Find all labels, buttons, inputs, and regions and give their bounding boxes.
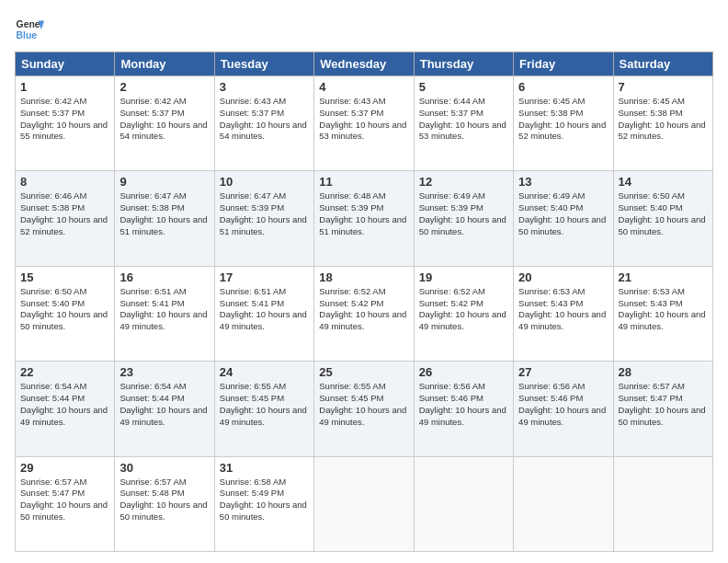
day-cell (613, 456, 712, 551)
day-info: Sunrise: 6:50 AMSunset: 5:40 PMDaylight:… (619, 190, 706, 236)
day-cell: 26Sunrise: 6:56 AMSunset: 5:46 PMDayligh… (414, 362, 513, 456)
day-number: 27 (518, 365, 608, 379)
day-info: Sunrise: 6:42 AMSunset: 5:37 PMDaylight:… (20, 96, 108, 141)
day-cell (414, 456, 513, 551)
day-cell: 17Sunrise: 6:51 AMSunset: 5:41 PMDayligh… (214, 266, 313, 361)
day-info: Sunrise: 6:43 AMSunset: 5:37 PMDaylight:… (319, 96, 406, 141)
day-info: Sunrise: 6:52 AMSunset: 5:42 PMDaylight:… (319, 286, 406, 331)
day-info: Sunrise: 6:53 AMSunset: 5:43 PMDaylight:… (619, 286, 706, 331)
svg-text:Blue: Blue (17, 30, 38, 40)
day-info: Sunrise: 6:55 AMSunset: 5:45 PMDaylight:… (220, 381, 307, 426)
logo: General Blue (15, 15, 48, 44)
week-row-4: 22Sunrise: 6:54 AMSunset: 5:44 PMDayligh… (16, 362, 713, 456)
day-info: Sunrise: 6:49 AMSunset: 5:39 PMDaylight:… (419, 190, 506, 236)
day-cell: 12Sunrise: 6:49 AMSunset: 5:39 PMDayligh… (414, 171, 513, 266)
day-info: Sunrise: 6:55 AMSunset: 5:45 PMDaylight:… (319, 381, 406, 426)
day-cell: 15Sunrise: 6:50 AMSunset: 5:40 PMDayligh… (16, 266, 115, 361)
day-cell: 21Sunrise: 6:53 AMSunset: 5:43 PMDayligh… (613, 266, 712, 361)
day-number: 13 (518, 175, 608, 189)
column-header-saturday: Saturday (613, 52, 712, 76)
day-cell: 1Sunrise: 6:42 AMSunset: 5:37 PMDaylight… (16, 76, 115, 171)
day-number: 21 (619, 270, 708, 284)
day-number: 6 (518, 80, 608, 94)
day-cell: 4Sunrise: 6:43 AMSunset: 5:37 PMDaylight… (314, 76, 414, 171)
day-info: Sunrise: 6:53 AMSunset: 5:43 PMDaylight:… (518, 286, 606, 331)
day-cell: 11Sunrise: 6:48 AMSunset: 5:39 PMDayligh… (314, 171, 414, 266)
day-cell (514, 456, 613, 551)
day-cell: 25Sunrise: 6:55 AMSunset: 5:45 PMDayligh… (314, 362, 414, 456)
calendar-table: SundayMondayTuesdayWednesdayThursdayFrid… (15, 52, 713, 552)
day-info: Sunrise: 6:57 AMSunset: 5:47 PMDaylight:… (619, 381, 706, 426)
day-number: 24 (220, 365, 309, 379)
day-number: 17 (220, 270, 309, 284)
day-number: 11 (319, 175, 408, 189)
day-cell: 24Sunrise: 6:55 AMSunset: 5:45 PMDayligh… (214, 362, 313, 456)
day-cell: 6Sunrise: 6:45 AMSunset: 5:38 PMDaylight… (514, 76, 613, 171)
header-row: SundayMondayTuesdayWednesdayThursdayFrid… (16, 52, 713, 76)
day-number: 10 (220, 175, 309, 189)
day-cell: 7Sunrise: 6:45 AMSunset: 5:38 PMDaylight… (613, 76, 712, 171)
day-number: 20 (518, 270, 608, 284)
day-number: 12 (419, 175, 508, 189)
day-info: Sunrise: 6:56 AMSunset: 5:46 PMDaylight:… (518, 381, 606, 426)
day-info: Sunrise: 6:44 AMSunset: 5:37 PMDaylight:… (419, 96, 506, 141)
day-cell: 5Sunrise: 6:44 AMSunset: 5:37 PMDaylight… (414, 76, 513, 171)
day-number: 23 (119, 365, 209, 379)
column-header-wednesday: Wednesday (314, 52, 414, 76)
day-number: 14 (619, 175, 708, 189)
week-row-1: 1Sunrise: 6:42 AMSunset: 5:37 PMDaylight… (16, 76, 713, 171)
day-info: Sunrise: 6:57 AMSunset: 5:47 PMDaylight:… (20, 477, 108, 522)
day-cell: 9Sunrise: 6:47 AMSunset: 5:38 PMDaylight… (115, 171, 214, 266)
column-header-sunday: Sunday (16, 52, 115, 76)
day-cell: 18Sunrise: 6:52 AMSunset: 5:42 PMDayligh… (314, 266, 414, 361)
day-info: Sunrise: 6:54 AMSunset: 5:44 PMDaylight:… (119, 381, 207, 426)
day-number: 18 (319, 270, 408, 284)
day-cell: 14Sunrise: 6:50 AMSunset: 5:40 PMDayligh… (613, 171, 712, 266)
day-cell: 19Sunrise: 6:52 AMSunset: 5:42 PMDayligh… (414, 266, 513, 361)
week-row-5: 29Sunrise: 6:57 AMSunset: 5:47 PMDayligh… (16, 456, 713, 551)
day-number: 26 (419, 365, 508, 379)
day-number: 8 (20, 175, 109, 189)
day-number: 30 (119, 461, 209, 475)
week-row-3: 15Sunrise: 6:50 AMSunset: 5:40 PMDayligh… (16, 266, 713, 361)
day-number: 2 (119, 80, 209, 94)
day-number: 19 (419, 270, 508, 284)
day-info: Sunrise: 6:56 AMSunset: 5:46 PMDaylight:… (419, 381, 506, 426)
day-number: 16 (119, 270, 209, 284)
day-cell: 20Sunrise: 6:53 AMSunset: 5:43 PMDayligh… (514, 266, 613, 361)
day-cell: 27Sunrise: 6:56 AMSunset: 5:46 PMDayligh… (514, 362, 613, 456)
day-info: Sunrise: 6:49 AMSunset: 5:40 PMDaylight:… (518, 190, 606, 236)
day-info: Sunrise: 6:47 AMSunset: 5:38 PMDaylight:… (119, 190, 207, 236)
day-cell: 16Sunrise: 6:51 AMSunset: 5:41 PMDayligh… (115, 266, 214, 361)
column-header-friday: Friday (514, 52, 613, 76)
day-cell: 31Sunrise: 6:58 AMSunset: 5:49 PMDayligh… (214, 456, 313, 551)
day-info: Sunrise: 6:57 AMSunset: 5:48 PMDaylight:… (119, 477, 207, 522)
day-number: 3 (220, 80, 309, 94)
day-info: Sunrise: 6:52 AMSunset: 5:42 PMDaylight:… (419, 286, 506, 331)
day-info: Sunrise: 6:47 AMSunset: 5:39 PMDaylight:… (220, 190, 307, 236)
day-number: 1 (20, 80, 109, 94)
day-number: 22 (20, 365, 109, 379)
day-cell: 13Sunrise: 6:49 AMSunset: 5:40 PMDayligh… (514, 171, 613, 266)
day-info: Sunrise: 6:48 AMSunset: 5:39 PMDaylight:… (319, 190, 406, 236)
day-info: Sunrise: 6:51 AMSunset: 5:41 PMDaylight:… (220, 286, 307, 331)
day-info: Sunrise: 6:45 AMSunset: 5:38 PMDaylight:… (518, 96, 606, 141)
day-cell: 10Sunrise: 6:47 AMSunset: 5:39 PMDayligh… (214, 171, 313, 266)
day-number: 31 (220, 461, 309, 475)
day-cell: 23Sunrise: 6:54 AMSunset: 5:44 PMDayligh… (115, 362, 214, 456)
calendar-container: General Blue SundayMondayTuesdayWednesda… (0, 0, 728, 563)
day-number: 15 (20, 270, 109, 284)
day-number: 4 (319, 80, 408, 94)
column-header-thursday: Thursday (414, 52, 513, 76)
column-header-tuesday: Tuesday (214, 52, 313, 76)
day-cell: 29Sunrise: 6:57 AMSunset: 5:47 PMDayligh… (16, 456, 115, 551)
header: General Blue (15, 11, 713, 44)
day-number: 5 (419, 80, 508, 94)
day-number: 9 (119, 175, 209, 189)
day-cell: 22Sunrise: 6:54 AMSunset: 5:44 PMDayligh… (16, 362, 115, 456)
day-number: 28 (619, 365, 708, 379)
day-number: 29 (20, 461, 109, 475)
week-row-2: 8Sunrise: 6:46 AMSunset: 5:38 PMDaylight… (16, 171, 713, 266)
calendar-body: 1Sunrise: 6:42 AMSunset: 5:37 PMDaylight… (16, 76, 713, 552)
day-cell: 30Sunrise: 6:57 AMSunset: 5:48 PMDayligh… (115, 456, 214, 551)
